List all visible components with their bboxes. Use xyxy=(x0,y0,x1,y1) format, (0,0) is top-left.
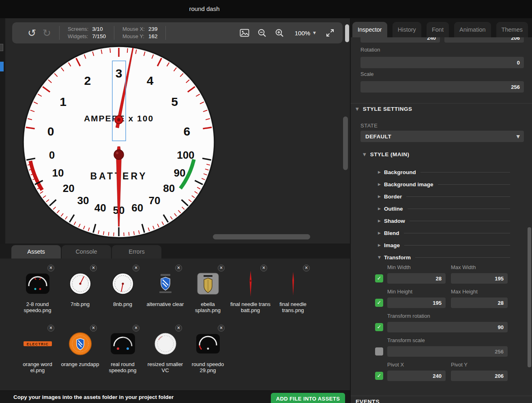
screenshot-icon[interactable] xyxy=(240,29,249,37)
min-width-checkbox[interactable]: ✓ xyxy=(375,274,383,282)
pivot-y-field[interactable]: 206 xyxy=(451,371,508,381)
undo-icon[interactable]: ↺ xyxy=(28,28,36,38)
asset-item[interactable]: × resized smaller VC xyxy=(144,324,187,384)
remove-asset-button[interactable]: × xyxy=(90,265,97,272)
asset-name: final needle trans.png xyxy=(273,301,313,314)
section-outline[interactable]: ▶ Outline xyxy=(378,203,510,215)
remove-asset-button[interactable]: × xyxy=(133,265,139,272)
titlebar: round dash xyxy=(0,0,532,18)
asset-name: resized smaller VC xyxy=(145,361,186,374)
zoom-in-icon[interactable] xyxy=(275,28,284,38)
chevron-right-icon: ▶ xyxy=(378,182,384,186)
remove-asset-button[interactable]: × xyxy=(260,265,267,272)
tab-errors[interactable]: Errors xyxy=(112,245,161,259)
asset-item[interactable]: × ELECTRIC orange word el.png xyxy=(16,324,59,384)
svg-text:0: 0 xyxy=(47,125,54,138)
divider xyxy=(415,257,510,258)
remove-asset-button[interactable]: × xyxy=(218,265,225,272)
section-label: Transform xyxy=(384,254,411,261)
divider xyxy=(351,396,532,396)
tab-console[interactable]: Console xyxy=(62,245,111,259)
asset-item[interactable]: × 7nb.png xyxy=(59,264,101,324)
bottom-panel: Assets Console Errors × 2-8 round speedo… xyxy=(0,244,350,403)
asset-item[interactable]: × ebella splash.png xyxy=(187,264,229,324)
fullscreen-icon[interactable] xyxy=(326,28,335,37)
min-height-field[interactable]: 195 xyxy=(387,297,446,308)
asset-item[interactable]: × round speedo 29.png xyxy=(187,324,229,384)
zoom-out-icon[interactable] xyxy=(257,28,267,38)
horizontal-scrollbar[interactable] xyxy=(213,234,310,239)
tab-font[interactable]: Font xyxy=(427,22,449,37)
remove-asset-button[interactable]: × xyxy=(47,325,54,332)
svg-text:20: 20 xyxy=(63,182,75,194)
svg-text:10: 10 xyxy=(52,167,64,179)
transform-rotation-checkbox[interactable]: ✓ xyxy=(375,323,383,331)
section-background[interactable]: ▶ Background xyxy=(378,166,510,178)
transform-scale-field[interactable]: 256 xyxy=(387,346,508,357)
transform-scale-checkbox[interactable] xyxy=(375,347,383,356)
panel-resize-handle[interactable] xyxy=(345,24,349,42)
tab-animation[interactable]: Animation xyxy=(454,22,491,37)
chevron-down-icon: ▼ xyxy=(313,31,316,35)
mouse-y-label: Mouse Y: xyxy=(122,33,145,40)
section-background-image[interactable]: ▶ Background image xyxy=(378,178,510,190)
zoom-level-dropdown[interactable]: 100% ▼ xyxy=(295,30,316,37)
add-file-into-assets-button[interactable]: ADD FILE INTO ASSETS xyxy=(271,393,345,403)
chevron-right-icon: ▶ xyxy=(378,170,384,174)
remove-asset-button[interactable]: × xyxy=(133,325,139,332)
asset-item[interactable]: × 2-8 round speedo.png xyxy=(16,264,59,324)
max-height-field[interactable]: 28 xyxy=(451,297,508,308)
chevron-right-icon: ▶ xyxy=(378,207,384,211)
svg-text:90: 90 xyxy=(174,167,186,179)
inspector-scrollbar[interactable] xyxy=(528,227,531,367)
remove-asset-button[interactable]: × xyxy=(175,325,182,332)
tab-inspector[interactable]: Inspector xyxy=(352,22,387,37)
asset-item[interactable]: × orange zundapp xyxy=(59,324,101,384)
remove-asset-button[interactable]: × xyxy=(175,265,182,272)
remove-asset-button[interactable]: × xyxy=(90,325,97,332)
asset-item[interactable]: × real round speedo.png xyxy=(101,324,144,384)
section-border[interactable]: ▶ Border xyxy=(378,190,510,203)
pivot-checkbox[interactable]: ✓ xyxy=(375,372,383,380)
transform-rotation-field[interactable]: 90 xyxy=(387,322,508,332)
max-width-label: Max Width xyxy=(451,264,476,270)
remove-asset-button[interactable]: × xyxy=(218,325,225,332)
svg-text:1: 1 xyxy=(60,95,66,108)
asset-name: orange word el.png xyxy=(17,361,58,374)
remove-asset-button[interactable]: × xyxy=(47,265,54,272)
asset-item[interactable]: × final needle trans.png xyxy=(272,264,314,324)
tab-history[interactable]: History xyxy=(393,22,421,37)
pivot-x-field[interactable]: 240 xyxy=(387,371,446,381)
tab-assets[interactable]: Assets xyxy=(11,245,61,259)
battery-needle-pivot xyxy=(114,150,124,159)
section-transform[interactable]: ▼ Transform xyxy=(378,251,510,263)
divider xyxy=(59,26,60,40)
max-width-field[interactable]: 195 xyxy=(451,273,508,284)
selected-screen-indicator[interactable] xyxy=(0,62,4,71)
gauge-widget[interactable]: 01234560102030405060708090100 AMPERE x 1… xyxy=(21,45,216,239)
asset-item[interactable]: × 8nb.png xyxy=(101,264,144,324)
min-height-checkbox[interactable]: ✓ xyxy=(375,299,383,307)
style-settings-header[interactable]: ▼ STYLE SETTINGS xyxy=(356,106,412,112)
vertical-scrollbar[interactable] xyxy=(343,116,348,170)
style-main-header[interactable]: ▼ STYLE (MAIN) xyxy=(363,151,409,157)
min-width-field[interactable]: 28 xyxy=(387,273,446,284)
state-value: DEFAULT xyxy=(365,134,391,140)
tab-themes[interactable]: Themes xyxy=(496,22,528,37)
events-header[interactable]: EVENTS xyxy=(356,399,380,403)
asset-name: 7nb.png xyxy=(71,301,90,307)
transform-rotation-label: Transform rotation xyxy=(387,313,430,319)
asset-item[interactable]: × final needle trans batt.png xyxy=(229,264,272,324)
screen-thumb-partial[interactable] xyxy=(0,44,3,51)
section-image[interactable]: ▶ Image xyxy=(378,239,510,251)
section-blend[interactable]: ▶ Blend xyxy=(378,227,510,239)
state-dropdown[interactable]: DEFAULT ▼ xyxy=(360,131,524,142)
scale-field[interactable]: 256 xyxy=(360,81,524,93)
chevron-down-icon: ▼ xyxy=(363,152,366,157)
redo-icon[interactable]: ↻ xyxy=(43,28,51,38)
canvas-area[interactable]: 01234560102030405060708090100 AMPERE x 1… xyxy=(0,18,350,244)
section-shadow[interactable]: ▶ Shadow xyxy=(378,215,510,227)
rotation-field[interactable]: 0 xyxy=(360,57,524,68)
asset-item[interactable]: × alternative clear xyxy=(144,264,187,324)
remove-asset-button[interactable]: × xyxy=(303,265,310,272)
